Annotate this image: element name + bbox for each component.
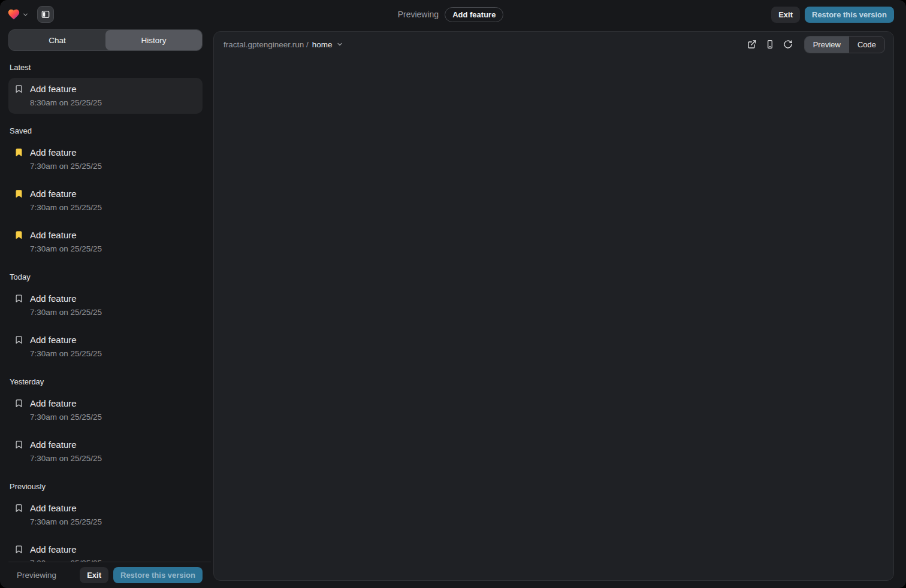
history-item-time: 7:30am on 25/25/25 (30, 411, 102, 423)
route-selector[interactable]: fractal.gptengineer.run / home (224, 40, 343, 49)
bookmark-outline-icon[interactable] (14, 294, 24, 319)
history-item-time: 7:30am on 25/25/25 (30, 557, 102, 562)
history-item-title: Add feature (30, 397, 102, 410)
view-toggle: Preview Code (804, 36, 885, 53)
history-item-title: Add feature (30, 543, 102, 556)
history-list[interactable]: Latest Add feature 8:30am on 25/25/25 Sa… (8, 54, 211, 562)
app-window: Previewing Add feature Exit Restore this… (0, 0, 906, 588)
previewing-status-label: Previewing (17, 571, 56, 580)
mobile-preview-icon (765, 40, 775, 49)
preview-viewport[interactable] (214, 57, 893, 580)
preview-panel-header: fractal.gptengineer.run / home (214, 32, 893, 57)
bookmark-outline-icon[interactable] (14, 440, 24, 465)
history-item[interactable]: Add feature 8:30am on 25/25/25 (8, 78, 203, 114)
refresh-button[interactable] (780, 37, 796, 52)
refresh-icon (783, 40, 793, 49)
history-item-time: 7:30am on 25/25/25 (30, 202, 102, 214)
preview-url-page: home (312, 40, 333, 49)
external-link-icon (747, 40, 757, 49)
history-item-time: 7:30am on 25/25/25 (30, 243, 102, 255)
history-item-time: 7:30am on 25/25/25 (30, 307, 102, 319)
section-title-previously: Previously (8, 475, 203, 497)
history-item[interactable]: Add feature 7:30am on 25/25/25 (8, 183, 203, 219)
history-item[interactable]: Add feature 7:30am on 25/25/25 (8, 141, 203, 177)
history-item-title: Add feature (30, 502, 102, 515)
history-item[interactable]: Add feature 7:30am on 25/25/25 (8, 224, 203, 260)
bookmark-outline-icon[interactable] (14, 504, 24, 528)
preview-panel: fractal.gptengineer.run / home (213, 31, 894, 581)
section-title-yesterday: Yesterday (8, 370, 203, 392)
section-title-latest: Latest (8, 56, 203, 78)
history-item-title: Add feature (30, 83, 102, 96)
mobile-preview-button[interactable] (762, 37, 778, 52)
section-title-today: Today (8, 265, 203, 287)
panel-left-icon (41, 10, 50, 19)
history-item[interactable]: Add feature 7:30am on 25/25/25 (8, 538, 203, 562)
bookmark-outline-icon[interactable] (14, 545, 24, 562)
history-item[interactable]: Add feature 7:30am on 25/25/25 (8, 392, 203, 428)
history-item-time: 7:30am on 25/25/25 (30, 348, 102, 360)
history-item-time: 8:30am on 25/25/25 (30, 97, 102, 109)
history-item-title: Add feature (30, 146, 102, 159)
history-item[interactable]: Add feature 7:30am on 25/25/25 (8, 497, 203, 533)
restore-version-button[interactable]: Restore this version (805, 7, 894, 23)
history-item[interactable]: Add feature 7:30am on 25/25/25 (8, 434, 203, 469)
bookmark-outline-icon[interactable] (14, 84, 24, 109)
workspace-menu[interactable] (7, 8, 29, 21)
sidebar-footer: Previewing Exit Restore this version (8, 562, 211, 588)
tab-chat[interactable]: Chat (9, 30, 105, 50)
history-item-title: Add feature (30, 187, 102, 201)
tab-code[interactable]: Code (849, 37, 884, 53)
history-item[interactable]: Add feature 7:30am on 25/25/25 (8, 287, 203, 323)
lovable-heart-logo-icon (7, 8, 20, 21)
bookmark-outline-icon[interactable] (14, 335, 24, 360)
content-area: Chat History Latest Add feature 8:30am o… (0, 29, 906, 588)
history-item-title: Add feature (30, 229, 102, 242)
sidebar-tabs: Chat History (8, 29, 203, 51)
version-badge[interactable]: Add feature (445, 7, 503, 22)
history-item-time: 7:30am on 25/25/25 (30, 516, 102, 528)
history-item-title: Add feature (30, 334, 102, 347)
history-item-title: Add feature (30, 438, 102, 451)
bookmark-filled-icon[interactable] (14, 189, 24, 214)
sidebar-toggle-button[interactable] (37, 6, 54, 23)
history-item-title: Add feature (30, 292, 102, 305)
preview-url-prefix: fractal.gptengineer.run / (224, 40, 309, 49)
bookmark-filled-icon[interactable] (14, 148, 24, 172)
tab-preview[interactable]: Preview (805, 37, 849, 53)
exit-button[interactable]: Exit (80, 567, 108, 583)
tab-history[interactable]: History (105, 30, 202, 50)
bookmark-outline-icon[interactable] (14, 399, 24, 423)
bookmark-filled-icon[interactable] (14, 231, 24, 255)
restore-version-button[interactable]: Restore this version (113, 567, 203, 583)
previewing-status-label: Previewing (398, 10, 439, 19)
history-item[interactable]: Add feature 7:30am on 25/25/25 (8, 329, 203, 365)
open-in-new-tab-button[interactable] (744, 37, 760, 52)
history-item-time: 7:30am on 25/25/25 (30, 453, 102, 465)
chevron-down-icon (336, 41, 343, 48)
history-sidebar: Chat History Latest Add feature 8:30am o… (0, 29, 211, 588)
topbar: Previewing Add feature Exit Restore this… (0, 0, 906, 29)
exit-button[interactable]: Exit (771, 7, 800, 23)
history-item-time: 7:30am on 25/25/25 (30, 160, 102, 172)
chevron-down-icon (22, 11, 29, 18)
section-title-saved: Saved (8, 119, 203, 141)
